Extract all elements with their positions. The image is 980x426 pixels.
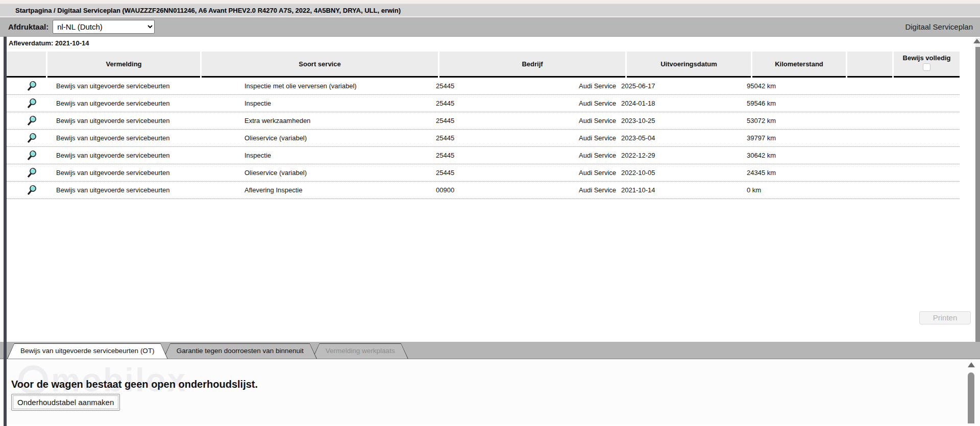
- cell-empty: [838, 164, 883, 181]
- cell-vermelding: Bewijs van uitgevoerde servicebeurten: [46, 147, 199, 164]
- row-detail-cell: [6, 130, 46, 146]
- header-vermelding: Vermelding: [47, 52, 200, 78]
- header-bewijs-volledig-label: Bewijs volledig: [903, 54, 951, 62]
- tab-garantie-doorroesten[interactable]: Garantie tegen doorroesten van binnenuit: [163, 343, 317, 359]
- magnifier-icon[interactable]: [27, 81, 37, 92]
- cell-soort-service: Inspectie met olie verversen (variabel): [199, 78, 435, 94]
- cell-bedrijf: 25445 Audi Service: [435, 78, 621, 94]
- cell-bewijs-volledig: [883, 147, 960, 164]
- magnifier-icon[interactable]: [27, 98, 37, 109]
- bedrijf-naam: Audi Service: [579, 152, 616, 159]
- bedrijf-naam: Audi Service: [579, 186, 616, 194]
- bewijs-volledig-checkbox[interactable]: [923, 63, 930, 71]
- table-body: Bewijs van uitgevoerde servicebeurten In…: [6, 78, 960, 199]
- left-frame-border: [4, 37, 7, 426]
- magnifier-icon[interactable]: [27, 167, 37, 179]
- header-bewijs-volledig: Bewijs volledig: [894, 52, 960, 78]
- cell-bewijs-volledig: [883, 78, 960, 94]
- cell-bedrijf: 25445 Audi Service: [435, 130, 621, 146]
- table-row: Bewijs van uitgevoerde servicebeurten Ex…: [6, 112, 960, 130]
- magnifier-icon[interactable]: [27, 150, 37, 161]
- cell-kilometerstand: 24345 km: [745, 164, 838, 181]
- cell-vermelding: Bewijs van uitgevoerde servicebeurten: [46, 95, 199, 112]
- row-detail-cell: [6, 78, 46, 94]
- bedrijf-naam: Audi Service: [579, 134, 616, 142]
- cell-empty: [838, 78, 883, 94]
- tab-label: Garantie tegen doorroesten van binnenuit: [163, 343, 317, 359]
- table-row: Bewijs van uitgevoerde servicebeurten Af…: [6, 182, 960, 199]
- magnifier-icon[interactable]: [27, 115, 37, 127]
- scroll-up-icon[interactable]: [973, 39, 980, 43]
- cell-soort-service: Aflevering Inspectie: [199, 182, 435, 198]
- breadcrumb: Startpagina / Digitaal Serviceplan (WAUZ…: [15, 7, 401, 14]
- bedrijf-nummer: 25445: [436, 169, 454, 177]
- table-row: Bewijs van uitgevoerde servicebeurten Ol…: [6, 164, 960, 182]
- scrollbar-thumb[interactable]: [975, 47, 980, 342]
- cell-kilometerstand: 39797 km: [745, 130, 838, 146]
- cell-bedrijf: 25445 Audi Service: [435, 164, 621, 181]
- header-empty-column: [847, 52, 892, 78]
- bedrijf-nummer: 25445: [436, 99, 454, 107]
- toolbar: Afdruktaal: nl-NL (Dutch) Digitaal Servi…: [0, 17, 980, 37]
- bedrijf-nummer: 25445: [436, 134, 454, 142]
- maintenance-pane: mobilox Voor de wagen bestaat geen open …: [0, 359, 980, 424]
- scrollbar-thumb[interactable]: [968, 372, 974, 423]
- cell-soort-service: Extra werkzaamheden: [199, 112, 435, 129]
- table-scrollbar[interactable]: [975, 38, 980, 342]
- scroll-up-icon[interactable]: [968, 362, 975, 367]
- cell-uitvoeringsdatum: 2021-10-14: [621, 182, 745, 198]
- cell-uitvoeringsdatum: 2024-01-18: [621, 95, 745, 112]
- cell-vermelding: Bewijs van uitgevoerde servicebeurten: [46, 130, 199, 146]
- cell-vermelding: Bewijs van uitgevoerde servicebeurten: [46, 112, 199, 129]
- cell-bedrijf: 25445 Audi Service: [435, 112, 621, 129]
- tab-bar: Bewijs van uitgevoerde servicebeurten (O…: [0, 342, 980, 359]
- print-language-label: Afdruktaal:: [8, 22, 48, 31]
- magnifier-icon[interactable]: [27, 185, 37, 196]
- delivery-date-label: Afleverdatum: 2021-10-14: [9, 39, 89, 47]
- header-uitvoeringsdatum: Uitvoeringsdatum: [627, 52, 751, 78]
- header-soort-service: Soort service: [202, 52, 438, 78]
- magnifier-icon[interactable]: [27, 133, 37, 144]
- cell-kilometerstand: 95042 km: [745, 78, 838, 94]
- cell-bewijs-volledig: [883, 130, 960, 146]
- tab-bewijs-servicebeurten[interactable]: Bewijs van uitgevoerde servicebeurten (O…: [7, 343, 168, 359]
- bottom-scrollbar[interactable]: [967, 361, 975, 423]
- no-open-list-message: Voor de wagen bestaat geen open onderhou…: [11, 379, 258, 390]
- bedrijf-nummer: 00900: [436, 186, 454, 194]
- cell-bedrijf: 00900 Audi Service: [435, 182, 621, 198]
- cell-kilometerstand: 0 km: [745, 182, 838, 198]
- cell-empty: [838, 182, 883, 198]
- window-top-strip: [0, 0, 980, 4]
- bedrijf-naam: Audi Service: [579, 117, 616, 124]
- cell-bewijs-volledig: [883, 182, 960, 198]
- row-detail-cell: [6, 95, 46, 112]
- cell-kilometerstand: 53072 km: [745, 112, 838, 129]
- tab-label: Vermelding werkplaats: [312, 343, 408, 359]
- cell-uitvoeringsdatum: 2025-06-17: [621, 78, 745, 94]
- row-detail-cell: [6, 164, 46, 181]
- cell-soort-service: Olieservice (variabel): [199, 164, 435, 181]
- breadcrumb-bar: Startpagina / Digitaal Serviceplan (WAUZ…: [0, 4, 980, 17]
- cell-empty: [838, 112, 883, 129]
- bedrijf-naam: Audi Service: [579, 82, 616, 90]
- print-button[interactable]: Printen: [919, 311, 971, 324]
- service-table: Vermelding Soort service Bedrijf Uitvoer…: [6, 52, 960, 199]
- create-maintenance-table-button[interactable]: Onderhoudstabel aanmaken: [11, 394, 120, 411]
- table-row: Bewijs van uitgevoerde servicebeurten In…: [6, 95, 960, 112]
- cell-uitvoeringsdatum: 2023-10-25: [621, 112, 745, 129]
- cell-kilometerstand: 30642 km: [745, 147, 838, 164]
- table-row: Bewijs van uitgevoerde servicebeurten In…: [6, 147, 960, 164]
- tab-label: Bewijs van uitgevoerde servicebeurten (O…: [7, 343, 168, 359]
- bedrijf-nummer: 25445: [436, 82, 454, 90]
- bedrijf-nummer: 25445: [436, 117, 454, 124]
- cell-vermelding: Bewijs van uitgevoerde servicebeurten: [46, 78, 199, 94]
- cell-soort-service: Inspectie: [199, 95, 435, 112]
- cell-soort-service: Olieservice (variabel): [199, 130, 435, 146]
- print-language-select[interactable]: nl-NL (Dutch): [53, 20, 155, 34]
- row-detail-cell: [6, 182, 46, 198]
- cell-bewijs-volledig: [883, 95, 960, 112]
- service-records-pane: Afleverdatum: 2021-10-14 Vermelding Soor…: [0, 37, 980, 342]
- cell-empty: [838, 147, 883, 164]
- row-detail-cell: [6, 112, 46, 129]
- cell-uitvoeringsdatum: 2022-10-05: [621, 164, 745, 181]
